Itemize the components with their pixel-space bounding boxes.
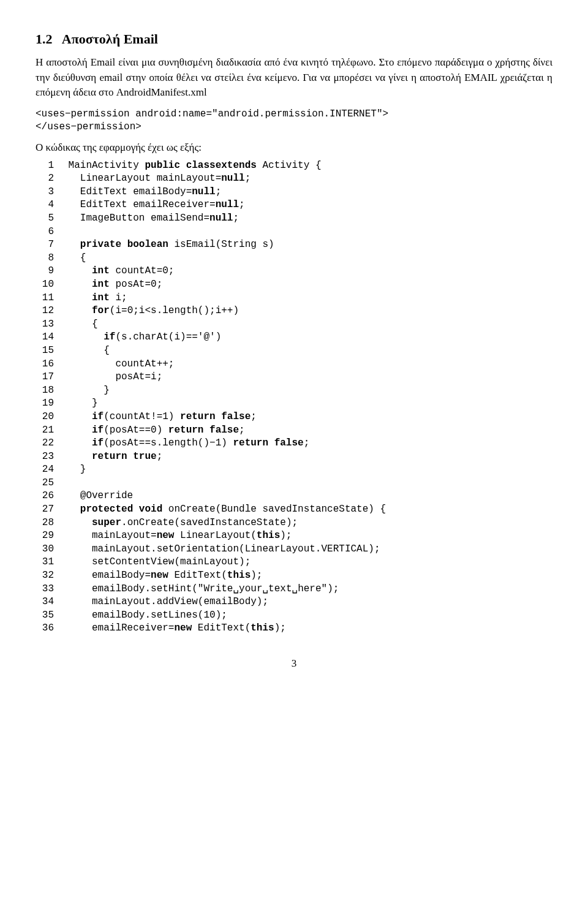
line-number: 36 <box>36 622 54 635</box>
line-number: 16 <box>36 358 54 371</box>
line-number: 14 <box>36 331 54 344</box>
code-line: 21 if(posAt==0) return false; <box>36 424 552 437</box>
paragraph-2: Ο κώδικας της εφαρμογής έχει ως εξής: <box>36 140 552 156</box>
line-number: 8 <box>36 252 54 265</box>
code-line: 9 int countAt=0; <box>36 265 552 278</box>
code-line: 6 <box>36 225 552 239</box>
code-main: 1 MainActivity public classextends Activ… <box>36 159 552 635</box>
code-line: 25 <box>36 477 552 490</box>
code-line: 17 posAt=i; <box>36 371 552 384</box>
section-heading: 1.2 Αποστολή Email <box>36 29 552 49</box>
code-line: 3 EditText emailBody=null; <box>36 186 552 199</box>
code-line: 13 { <box>36 318 552 331</box>
line-number: 9 <box>36 265 54 278</box>
paragraph-1: Η αποστολή Email είναι μια συνηθισμένη δ… <box>36 55 552 100</box>
code-line: 1 MainActivity public classextends Activ… <box>36 159 552 173</box>
line-number: 25 <box>36 477 54 490</box>
line-number: 18 <box>36 384 54 398</box>
line-number: 13 <box>36 318 54 331</box>
code-line: 5 ImageButton emailSend=null; <box>36 212 552 225</box>
line-number: 15 <box>36 344 54 358</box>
line-number: 1 <box>36 159 54 173</box>
code-line: 27 protected void onCreate(Bundle savedI… <box>36 503 552 517</box>
line-number: 27 <box>36 503 54 517</box>
line-number: 33 <box>36 583 54 596</box>
code-line: 30 mainLayout.setOrientation(LinearLayou… <box>36 543 552 556</box>
line-number: 20 <box>36 411 54 424</box>
line-number: 26 <box>36 490 54 503</box>
code-line: 15 { <box>36 344 552 358</box>
line-number: 10 <box>36 278 54 292</box>
line-number: 2 <box>36 172 54 186</box>
code-line: 4 EditText emailReceiver=null; <box>36 199 552 212</box>
code-line: 20 if(countAt!=1) return false; <box>36 411 552 424</box>
page-number: 3 <box>36 656 552 672</box>
code-line: 10 int posAt=0; <box>36 278 552 292</box>
code-line: 26 @Override <box>36 490 552 503</box>
line-number: 31 <box>36 556 54 569</box>
line-number: 4 <box>36 199 54 212</box>
section-number: 1.2 <box>36 31 53 47</box>
code-line: 29 mainLayout=new LinearLayout(this); <box>36 529 552 543</box>
code-line: 36 emailReceiver=new EditText(this); <box>36 622 552 635</box>
line-number: 28 <box>36 517 54 530</box>
line-number: 6 <box>36 225 54 239</box>
code-line: 33 emailBody.setHint("Write␣your␣text␣he… <box>36 583 552 596</box>
code-line: 11 int i; <box>36 292 552 305</box>
code-line: 32 emailBody=new EditText(this); <box>36 569 552 583</box>
code-line: 18 } <box>36 384 552 398</box>
code-line: 28 super.onCreate(savedInstanceState); <box>36 517 552 530</box>
code-line: 24 } <box>36 463 552 477</box>
code-line: 31 setContentView(mainLayout); <box>36 556 552 569</box>
code-line: 8 { <box>36 252 552 265</box>
line-number: 17 <box>36 371 54 384</box>
code-line: 14 if(s.charAt(i)=='@') <box>36 331 552 344</box>
line-number: 22 <box>36 437 54 450</box>
line-number: 12 <box>36 305 54 318</box>
code-line: 7 private boolean isEmail(String s) <box>36 238 552 252</box>
line-number: 23 <box>36 450 54 464</box>
code-line: 34 mainLayout.addView(emailBody); <box>36 596 552 609</box>
line-number: 35 <box>36 609 54 623</box>
line-number: 30 <box>36 543 54 556</box>
line-number: 11 <box>36 292 54 305</box>
code-manifest: <uses−permission android:name="android.p… <box>36 108 552 134</box>
section-title-text: Αποστολή Email <box>62 31 158 47</box>
code-line: <uses−permission android:name="android.p… <box>36 108 552 121</box>
code-line: 22 if(posAt==s.length()−1) return false; <box>36 437 552 450</box>
code-line: 2 LinearLayout mainLayout=null; <box>36 172 552 186</box>
line-number: 5 <box>36 212 54 225</box>
code-line: 12 for(i=0;i<s.length();i++) <box>36 305 552 318</box>
line-number: 34 <box>36 596 54 609</box>
code-line: 35 emailBody.setLines(10); <box>36 609 552 623</box>
code-line: 19 } <box>36 397 552 411</box>
code-line: </uses−permission> <box>36 121 552 134</box>
line-number: 21 <box>36 424 54 437</box>
line-number: 32 <box>36 569 54 583</box>
line-number: 7 <box>36 238 54 252</box>
line-number: 29 <box>36 529 54 543</box>
code-line: 16 countAt++; <box>36 358 552 371</box>
code-line: 23 return true; <box>36 450 552 464</box>
line-number: 3 <box>36 186 54 199</box>
line-number: 19 <box>36 397 54 411</box>
line-number: 24 <box>36 463 54 477</box>
